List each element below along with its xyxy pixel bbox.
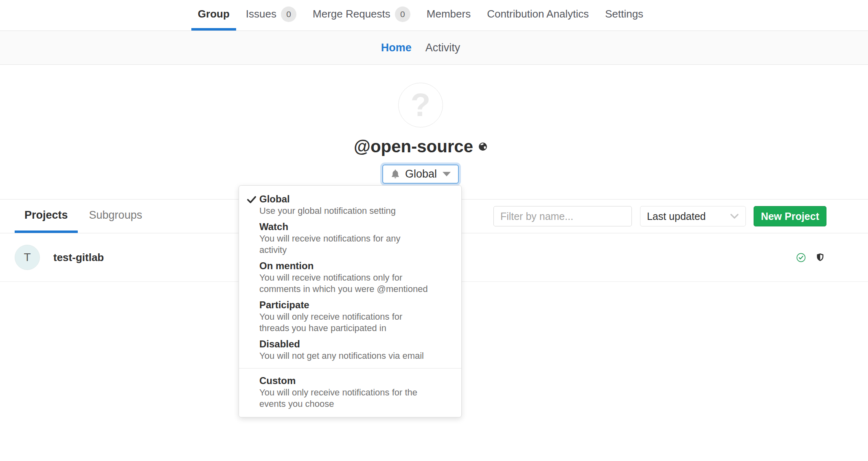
menu-item-description: Use your global notification setting xyxy=(259,205,453,217)
tab-subgroups[interactable]: Subgroups xyxy=(79,200,152,233)
menu-item-description: You will only receive notifications for … xyxy=(259,311,453,334)
issues-count-badge: 0 xyxy=(281,7,296,22)
group-header-section: ? @open-source Global xyxy=(0,65,868,200)
nav-tab-label: Contribution Analytics xyxy=(487,8,589,20)
merge-requests-count-badge: 0 xyxy=(395,7,410,22)
pipeline-status-check-icon[interactable] xyxy=(796,253,806,262)
nav-tab-label: Settings xyxy=(605,8,643,20)
menu-item-title: Participate xyxy=(259,299,453,311)
menu-item-title: Disabled xyxy=(259,338,453,350)
project-name-link[interactable]: test-gitlab xyxy=(53,251,104,264)
nav-tab-issues[interactable]: Issues 0 xyxy=(239,0,303,31)
caret-down-icon xyxy=(443,172,451,176)
chevron-down-icon xyxy=(730,213,739,219)
new-project-button[interactable]: New Project xyxy=(754,206,826,226)
menu-item-watch[interactable]: Watch You will receive notifications for… xyxy=(239,221,461,256)
notification-dropdown-menu: Global Use your global notification sett… xyxy=(239,185,462,417)
menu-item-disabled[interactable]: Disabled You will not get any notificati… xyxy=(239,338,461,362)
permissions-shield-icon[interactable] xyxy=(816,252,824,263)
menu-item-title: Global xyxy=(259,193,453,205)
nav-tab-settings[interactable]: Settings xyxy=(598,0,650,31)
notification-setting-button[interactable]: Global xyxy=(382,165,459,184)
menu-item-on-mention[interactable]: On mention You will receive notification… xyxy=(239,260,461,295)
sort-dropdown[interactable]: Last updated xyxy=(640,206,746,226)
menu-item-title: Custom xyxy=(259,375,453,387)
group-avatar: ? xyxy=(398,83,443,127)
menu-item-participate[interactable]: Participate You will only receive notifi… xyxy=(239,299,461,334)
menu-item-title: Watch xyxy=(259,221,453,233)
avatar-question-mark: ? xyxy=(411,89,431,121)
menu-item-custom[interactable]: Custom You will only receive notificatio… xyxy=(239,375,461,410)
sub-nav-bar: Home Activity xyxy=(0,31,868,65)
group-name: @open-source xyxy=(354,136,473,157)
subnav-tab-activity[interactable]: Activity xyxy=(419,42,467,54)
nav-tab-label: Group xyxy=(198,8,230,20)
sort-dropdown-value: Last updated xyxy=(647,211,706,222)
check-icon xyxy=(246,194,257,206)
menu-item-global[interactable]: Global Use your global notification sett… xyxy=(239,193,461,217)
nav-tab-contribution-analytics[interactable]: Contribution Analytics xyxy=(480,0,595,31)
menu-item-description: You will receive notifications only for … xyxy=(259,272,453,295)
nav-tab-group[interactable]: Group xyxy=(191,0,236,31)
menu-item-description: You will not get any notifications via e… xyxy=(259,350,453,362)
menu-item-title: On mention xyxy=(259,260,453,272)
nav-tab-label: Merge Requests xyxy=(313,8,390,20)
nav-tab-label: Members xyxy=(427,8,471,20)
tab-projects[interactable]: Projects xyxy=(15,200,78,233)
menu-item-description: You will only receive notifications for … xyxy=(259,387,453,410)
nav-tab-members[interactable]: Members xyxy=(420,0,477,31)
public-visibility-globe-icon xyxy=(478,142,487,151)
filter-by-name-input[interactable] xyxy=(493,206,632,226)
subnav-tab-home[interactable]: Home xyxy=(374,42,419,54)
project-avatar: T xyxy=(15,245,40,270)
project-avatar-initial: T xyxy=(24,251,31,264)
menu-divider xyxy=(239,368,461,369)
nav-tab-label: Issues xyxy=(246,8,276,20)
group-title: @open-source xyxy=(354,136,487,157)
group-nav-bar: Group Issues 0 Merge Requests 0 Members … xyxy=(0,0,868,31)
bell-icon xyxy=(390,169,400,180)
nav-tab-merge-requests[interactable]: Merge Requests 0 xyxy=(306,0,417,31)
menu-item-description: You will receive notifications for any a… xyxy=(259,233,453,256)
notification-button-label: Global xyxy=(405,168,437,180)
